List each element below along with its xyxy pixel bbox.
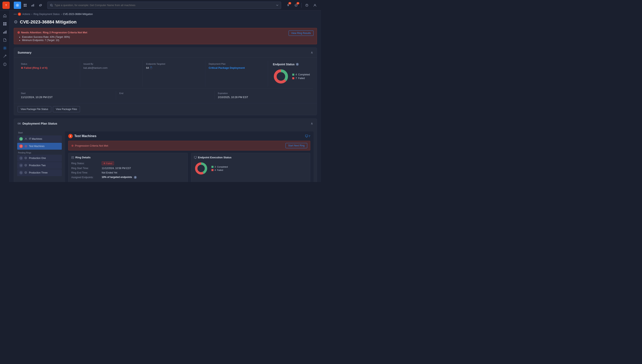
tasks-button[interactable]: 4 [292, 2, 300, 9]
endpoint-status-panel: Endpoint Status i [268, 61, 313, 86]
nav-chart-button[interactable] [29, 2, 37, 9]
svg-rect-32 [18, 123, 19, 124]
ring-num-1: 1 [19, 137, 23, 141]
search-bar[interactable] [47, 2, 281, 9]
svg-rect-33 [20, 123, 21, 124]
breadcrumb-ring-status[interactable]: Ring Deployment Status [34, 13, 60, 16]
sidebar-tools-icon[interactable] [1, 52, 9, 60]
assigned-endpoints-info-icon[interactable]: i [134, 176, 137, 179]
svg-rect-6 [24, 6, 25, 7]
ring-item-3[interactable]: 3 Production One [17, 155, 62, 162]
svg-rect-39 [305, 135, 308, 137]
endpoint-status-info-icon[interactable]: i [296, 63, 299, 66]
ring-1-icon [25, 138, 27, 140]
alerts-badge: 8 [288, 2, 291, 4]
ring-end-value: Not Ended Yet [102, 171, 117, 174]
exec-status-panel: 3 Completed 4 Failed [194, 161, 307, 176]
ring-item-5[interactable]: 5 Production Three [17, 169, 62, 176]
ring-start-value: 11/12/2024, 10:58 PM EST [102, 167, 131, 170]
ring-item-1[interactable]: 1 IT Machines [17, 136, 62, 142]
help-button[interactable] [303, 2, 310, 9]
svg-rect-9 [32, 5, 33, 6]
ring-end-label: Ring End Time: [71, 171, 102, 174]
deployment-collapse-icon[interactable]: ∧ [311, 122, 313, 126]
sidebar-settings-icon[interactable] [1, 44, 9, 52]
ring-start-row: Ring Start Time: 11/12/2024, 10:58 PM ES… [71, 167, 185, 170]
sidebar-alerts-icon[interactable] [1, 61, 9, 68]
sidebar-home-icon[interactable] [1, 12, 9, 20]
svg-point-44 [198, 165, 204, 172]
active-ring-num-circle: 2 [68, 134, 73, 138]
svg-text:T: T [6, 4, 7, 6]
page-title-icon: ⚙ [14, 20, 18, 25]
summary-card-body: Status ⊗ Failed (Ring 2 of 6) Issued By … [14, 57, 317, 103]
user-button[interactable] [311, 2, 319, 9]
endpoint-status-header: Endpoint Status i [273, 63, 310, 84]
sidebar-chart-icon[interactable] [1, 28, 9, 36]
ring-5-icon [25, 171, 27, 174]
breadcrumb-actions[interactable]: Actions [22, 13, 30, 16]
deployment-icon [18, 122, 21, 125]
svg-rect-5 [25, 4, 27, 5]
alerts-button[interactable]: 8 [284, 2, 292, 9]
view-package-files-button[interactable]: View Package Files [53, 106, 80, 112]
failed-legend-item: 7 Failed [292, 77, 310, 80]
top-right-icons: 8 4 [284, 2, 319, 9]
svg-point-23 [4, 48, 6, 49]
status-cell: Status ⊗ Failed (Ring 2 of 6) [18, 61, 80, 86]
summary-grid: Status ⊗ Failed (Ring 2 of 6) Issued By … [18, 61, 313, 86]
ring-3-name: Production One [29, 157, 60, 160]
ring-detail: 2 Test Machines 7 [65, 132, 314, 182]
expiration-label: Expiration [218, 92, 310, 94]
ring-list: Start 1 IT Machines 2 [17, 132, 62, 182]
alert-error-icon: ⊗ [17, 30, 20, 34]
start-label-ring: Start [17, 132, 62, 134]
sidebar-reports-icon[interactable] [1, 36, 9, 44]
ring-num-4: 4 [19, 164, 23, 167]
criteria-banner: ⊗ Progression Criteria Not Met Start Nex… [68, 141, 310, 150]
deployment-plan-value[interactable]: Critical Package Deployment [208, 66, 265, 69]
endpoints-label: Endpoints Targeted [146, 63, 202, 65]
summary-collapse-icon[interactable]: ∧ [311, 50, 313, 54]
svg-rect-17 [5, 22, 7, 24]
view-ring-results-button[interactable]: View Ring Results [289, 30, 314, 36]
endpoints-loading-spinner [150, 67, 152, 69]
deployment-card-header[interactable]: Deployment Plan Status ∧ [14, 119, 317, 128]
start-next-ring-button[interactable]: Start Next Ring [286, 143, 307, 148]
search-icon [50, 4, 53, 7]
svg-rect-21 [5, 31, 5, 34]
svg-rect-4 [24, 4, 25, 5]
svg-rect-18 [3, 24, 5, 26]
ring-status-badge: ⊗ Failed [102, 161, 114, 165]
user-icon [313, 4, 317, 7]
start-label: Start [21, 92, 113, 94]
view-package-file-status-button[interactable]: View Package File Status [18, 106, 51, 112]
svg-point-31 [277, 73, 285, 80]
ring-num-5: 5 [19, 171, 23, 174]
exec-completed-item: 3 Completed [211, 166, 228, 168]
nav-link-button[interactable] [37, 2, 44, 9]
alert-item-1: Execution Success Rate: 43% (Target: 80%… [22, 36, 87, 38]
ring-end-row: Ring End Time: Not Ended Yet [71, 171, 185, 174]
sidebar-grid-icon[interactable] [1, 20, 9, 28]
search-dropdown-icon[interactable] [276, 4, 279, 6]
ring-item-4[interactable]: 4 Production Two [17, 162, 62, 169]
summary-card: Summary ∧ Status ⊗ Failed (Ring 2 of 6) … [14, 48, 317, 115]
ring-item-2[interactable]: 2 Test Machines [17, 143, 62, 150]
ring-2-icon [25, 145, 27, 148]
alert-banner: ⊗ Needs Attention: Ring 2 Progression Cr… [14, 28, 317, 44]
top-navigation: T 8 [0, 0, 321, 10]
ring-3-icon [25, 157, 27, 160]
summary-card-header[interactable]: Summary ∧ [14, 48, 317, 57]
ring-2-name: Test Machines [29, 145, 60, 148]
alert-content: ⊗ Needs Attention: Ring 2 Progression Cr… [17, 30, 87, 42]
exec-completed-dot [211, 166, 213, 168]
svg-point-15 [314, 4, 316, 6]
nav-home-button[interactable] [14, 2, 21, 9]
nav-grid-button[interactable] [22, 2, 29, 9]
assigned-endpoints-label: Assigned Endpoints: [71, 176, 102, 179]
svg-rect-8 [31, 5, 32, 6]
start-cell: Start 11/12/2024, 10:28 PM EST [18, 91, 116, 100]
ring-detail-title: 2 Test Machines [68, 134, 96, 138]
search-input[interactable] [55, 4, 274, 7]
